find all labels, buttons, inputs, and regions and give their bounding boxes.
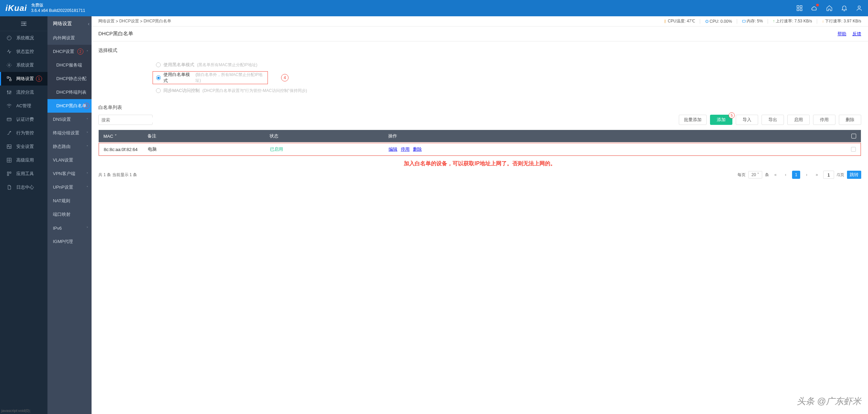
sidebar-item-label: 安全设置 bbox=[16, 144, 34, 150]
sidebar-item-security[interactable]: 安全设置 bbox=[0, 140, 47, 153]
nav2-static-route[interactable]: 静态路由˅ bbox=[47, 140, 92, 153]
row-disable-link[interactable]: 停用 bbox=[401, 146, 410, 152]
pager-total: 共 1 条 当前显示 1 条 bbox=[98, 172, 137, 178]
pager-next[interactable]: › bbox=[803, 171, 810, 178]
svg-rect-1 bbox=[800, 6, 802, 8]
sidebar-item-overview[interactable]: 系统概况 bbox=[0, 31, 47, 45]
cell-note: 电脑 bbox=[148, 146, 270, 152]
nav2-vpn[interactable]: VPN客户端˅ bbox=[47, 167, 92, 181]
col-mac[interactable]: MAC ˅ bbox=[103, 134, 147, 139]
sidebar-toggle[interactable] bbox=[0, 16, 47, 31]
sub-dhcp-server[interactable]: DHCP服务端 bbox=[47, 58, 92, 72]
cell-check[interactable] bbox=[848, 147, 856, 152]
list-section-title: 白名单列表 bbox=[98, 105, 861, 111]
apps-icon[interactable] bbox=[796, 5, 803, 12]
nav2-ipv6[interactable]: IPv6˅ bbox=[47, 221, 92, 235]
notification-dot bbox=[816, 4, 819, 6]
pager-prev[interactable]: ‹ bbox=[782, 171, 789, 178]
radio-whitelist[interactable]: 使用白名单模式 (除白名单外，所有MAC禁止分配IP地址) 4 bbox=[153, 71, 268, 84]
sidebar-item-ac[interactable]: AC管理 bbox=[0, 99, 47, 113]
pager-jump-button[interactable]: 跳转 bbox=[847, 171, 861, 179]
nav2-nat[interactable]: NAT规则 bbox=[47, 194, 92, 208]
sidebar-item-network[interactable]: 网络设置1 bbox=[0, 72, 47, 86]
bell-icon[interactable] bbox=[841, 5, 848, 12]
nav2-term-group[interactable]: 终端分组设置˅ bbox=[47, 126, 92, 140]
per-page-label: 每页 bbox=[737, 172, 746, 178]
sidebar-item-tools[interactable]: 应用工具 bbox=[0, 167, 47, 181]
version-label: 3.6.4 x64 Build202205181711 bbox=[31, 8, 85, 14]
breadcrumb-a[interactable]: 网络设置 bbox=[98, 18, 115, 24]
batch-add-button[interactable]: 批量添加 bbox=[679, 115, 707, 125]
per-page-select[interactable]: 20 ˅ bbox=[748, 171, 762, 178]
nav2-lan-wan[interactable]: 内外网设置 bbox=[47, 31, 92, 45]
nav2-igmp[interactable]: IGMP代理 bbox=[47, 235, 92, 248]
nav2-vlan[interactable]: VLAN设置 bbox=[47, 153, 92, 167]
sidebar-item-auth[interactable]: 认证计费 bbox=[0, 113, 47, 126]
export-button[interactable]: 导出 bbox=[762, 115, 784, 125]
cloud-icon[interactable] bbox=[811, 5, 818, 12]
sidebar-item-label: 状态监控 bbox=[16, 49, 34, 55]
radio-label: 使用白名单模式 bbox=[163, 72, 193, 84]
sliders-icon bbox=[6, 89, 12, 95]
import-button[interactable]: 导入 bbox=[736, 115, 758, 125]
sub-dhcp-bwlist[interactable]: DHCP黑白名单3 bbox=[47, 99, 92, 113]
pager-last[interactable]: » bbox=[813, 171, 821, 178]
pager-input[interactable] bbox=[823, 171, 834, 179]
sidebar-item-system[interactable]: 系统设置 bbox=[0, 58, 47, 72]
user-icon[interactable] bbox=[856, 5, 863, 12]
pager-current[interactable]: 1 bbox=[792, 171, 800, 179]
help-link[interactable]: 帮助 bbox=[837, 31, 846, 37]
feedback-link[interactable]: 反馈 bbox=[852, 31, 861, 37]
chevron-down-icon: ˅ bbox=[86, 131, 88, 135]
sub-dhcp-clients[interactable]: DHCP终端列表 bbox=[47, 86, 92, 99]
download-rate: ↓ 下行速率: 3.97 KB/s bbox=[822, 18, 861, 24]
nav2-upnp[interactable]: UPnP设置˅ bbox=[47, 181, 92, 194]
radio-sync-mac[interactable]: 同步MAC访问控制 (DHCP黑白名单设置与“行为管控-MAC访问控制”保持同步… bbox=[156, 84, 861, 97]
activity-icon bbox=[6, 49, 12, 55]
sidebar-item-behavior[interactable]: 行为管控 bbox=[0, 126, 47, 140]
pager-first[interactable]: « bbox=[772, 171, 779, 178]
sub-dhcp-static[interactable]: DHCP静态分配 bbox=[47, 72, 92, 86]
disable-button[interactable]: 停用 bbox=[813, 115, 835, 125]
nav2-portmap[interactable]: 端口映射 bbox=[47, 208, 92, 221]
svg-rect-30 bbox=[7, 174, 9, 175]
sidebar-item-monitor[interactable]: 状态监控 bbox=[0, 45, 47, 58]
upload-rate: ↑ 上行速率: 7.53 KB/s bbox=[773, 18, 812, 24]
svg-rect-31 bbox=[706, 20, 708, 22]
annotation-badge-1: 1 bbox=[36, 76, 42, 82]
home-icon[interactable] bbox=[826, 5, 833, 12]
nav2-dns[interactable]: DNS设置˅ bbox=[47, 113, 92, 126]
edition-label: 免费版 bbox=[31, 3, 85, 8]
sidebar-item-flow[interactable]: 流控分流 bbox=[0, 86, 47, 99]
logo: iKuai bbox=[5, 3, 27, 13]
version-block: 免费版 3.6.4 x64 Build202205181711 bbox=[31, 3, 85, 13]
annotation-badge-2: 2 bbox=[77, 49, 83, 55]
chevron-down-icon: ˅ bbox=[86, 226, 88, 230]
cell-status: 已启用 bbox=[270, 146, 389, 152]
svg-rect-28 bbox=[7, 172, 9, 173]
table-header: MAC ˅ 备注 状态 操作 bbox=[99, 130, 861, 142]
add-button[interactable]: 添加5 bbox=[710, 115, 732, 125]
checkbox-icon bbox=[851, 147, 856, 152]
wifi-icon bbox=[6, 103, 12, 109]
mode-section-title: 选择模式 bbox=[98, 48, 861, 54]
row-delete-link[interactable]: 删除 bbox=[413, 146, 422, 152]
whitelist-table: MAC ˅ 备注 状态 操作 8c:8c:aa:0f:82:64 电脑 已启用 … bbox=[98, 130, 861, 156]
row-edit-link[interactable]: 编辑 bbox=[389, 146, 397, 152]
mem-usage: 内存: 5% bbox=[742, 18, 763, 24]
chevron-down-icon: ˅ bbox=[86, 145, 88, 149]
col-check[interactable] bbox=[848, 134, 856, 138]
sort-icon: ˅ bbox=[115, 134, 117, 139]
sidebar-item-logs[interactable]: 日志中心 bbox=[0, 181, 47, 194]
chevron-left-icon[interactable]: ‹ bbox=[88, 21, 90, 26]
delete-button[interactable]: 删除 bbox=[839, 115, 861, 125]
enable-button[interactable]: 启用 bbox=[787, 115, 810, 125]
breadcrumb-b[interactable]: DHCP设置 bbox=[119, 18, 139, 24]
radio-blacklist[interactable]: 使用黑名单模式 (黑名单所有MAC禁止分配IP地址) bbox=[156, 58, 861, 71]
search-box[interactable] bbox=[98, 115, 153, 125]
page-title: DHCP黑白名单 bbox=[98, 31, 133, 37]
nav2-dhcp[interactable]: DHCP设置2˄ bbox=[47, 45, 92, 58]
sidebar-item-advanced[interactable]: 高级应用 bbox=[0, 153, 47, 167]
search-input[interactable] bbox=[101, 117, 158, 123]
sidebar-primary: 系统概况 状态监控 系统设置 网络设置1 流控分流 AC管理 认证计费 行为管控… bbox=[0, 16, 47, 414]
